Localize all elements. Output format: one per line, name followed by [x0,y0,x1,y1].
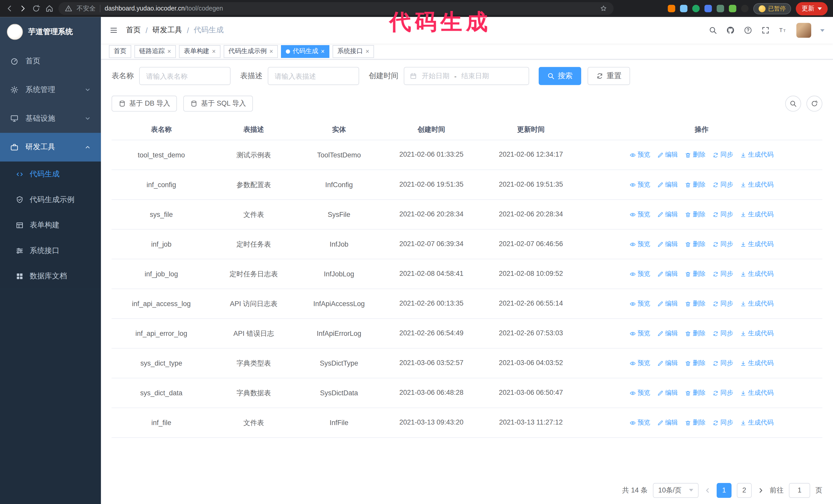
github-icon[interactable] [726,26,735,34]
generate-code-link[interactable]: 生成代码 [740,388,774,398]
generate-code-link[interactable]: 生成代码 [740,269,774,279]
sidebar-item-infra[interactable]: 基础设施 [0,104,101,133]
preview-link[interactable]: 预览 [629,150,650,160]
toggle-search-button[interactable] [785,96,801,112]
browser-back-icon[interactable] [5,4,14,13]
delete-link[interactable]: 删除 [685,150,706,160]
sidebar-item-devtools[interactable]: 研发工具 [0,133,101,162]
delete-link[interactable]: 删除 [685,299,706,308]
table-name-input[interactable] [139,67,231,85]
sync-link[interactable]: 同步 [712,418,733,427]
edit-link[interactable]: 编辑 [657,299,678,308]
generate-code-link[interactable]: 生成代码 [740,418,774,427]
sidebar-item-system[interactable]: 系统管理 [0,75,101,104]
fullscreen-icon[interactable] [761,26,770,34]
sync-link[interactable]: 同步 [712,240,733,249]
extension-icon[interactable] [668,5,675,12]
help-icon[interactable] [744,26,752,34]
breadcrumb-home[interactable]: 首页 [126,25,141,35]
preview-link[interactable]: 预览 [629,329,650,338]
reset-button[interactable]: 重置 [588,67,630,85]
generate-code-link[interactable]: 生成代码 [740,359,774,368]
tab-home[interactable]: 首页 [109,45,131,58]
close-icon[interactable]: × [321,48,325,55]
import-sql-button[interactable]: 基于 SQL 导入 [184,96,253,112]
search-icon[interactable] [709,26,717,34]
user-avatar[interactable] [796,23,811,38]
sync-link[interactable]: 同步 [712,388,733,398]
search-button[interactable]: 搜索 [539,67,581,85]
sidebar-item-home[interactable]: 首页 [0,47,101,75]
goto-page-input[interactable] [789,483,810,498]
sidebar-item-codegen[interactable]: 代码生成 [0,162,101,187]
close-icon[interactable]: × [167,48,171,55]
extension-icon[interactable] [717,5,724,12]
delete-link[interactable]: 删除 [685,418,706,427]
extension-icon[interactable] [729,5,736,12]
tab-tracing[interactable]: 链路追踪× [134,45,176,58]
generate-code-link[interactable]: 生成代码 [740,299,774,308]
security-warning-icon[interactable] [65,5,72,12]
preview-link[interactable]: 预览 [629,240,650,249]
app-logo[interactable]: 芋道管理系统 [0,17,101,47]
edit-link[interactable]: 编辑 [657,388,678,398]
edit-link[interactable]: 编辑 [657,150,678,160]
edit-link[interactable]: 编辑 [657,240,678,249]
extension-icon[interactable] [692,5,700,12]
browser-reload-icon[interactable] [32,4,40,13]
tab-codegen-example[interactable]: 代码生成示例× [224,45,278,58]
browser-home-icon[interactable] [45,4,53,13]
prev-page-button[interactable] [704,486,711,494]
extension-icon[interactable] [680,5,687,12]
sync-link[interactable]: 同步 [712,299,733,308]
breadcrumb-devtools[interactable]: 研发工具 [152,25,182,35]
generate-code-link[interactable]: 生成代码 [740,150,774,160]
hamburger-icon[interactable] [110,26,118,34]
page-button-1[interactable]: 1 [717,483,732,498]
delete-link[interactable]: 删除 [685,240,706,249]
sync-link[interactable]: 同步 [712,329,733,338]
edit-link[interactable]: 编辑 [657,210,678,219]
extension-icon[interactable] [704,5,712,12]
page-size-select[interactable]: 10条/页 [653,483,698,498]
delete-link[interactable]: 删除 [685,210,706,219]
sync-link[interactable]: 同步 [712,180,733,189]
preview-link[interactable]: 预览 [629,299,650,308]
generate-code-link[interactable]: 生成代码 [740,210,774,219]
table-desc-input[interactable] [268,67,359,85]
edit-link[interactable]: 编辑 [657,180,678,189]
delete-link[interactable]: 删除 [685,388,706,398]
next-page-button[interactable] [757,486,765,494]
font-size-icon[interactable]: TT [779,26,787,34]
preview-link[interactable]: 预览 [629,388,650,398]
bookmark-star-icon[interactable] [600,5,607,12]
preview-link[interactable]: 预览 [629,269,650,279]
preview-link[interactable]: 预览 [629,418,650,427]
generate-code-link[interactable]: 生成代码 [740,240,774,249]
sidebar-item-system-api[interactable]: 系统接口 [0,238,101,264]
edit-link[interactable]: 编辑 [657,418,678,427]
sidebar-item-codegen-example[interactable]: 代码生成示例 [0,187,101,213]
tab-form-builder[interactable]: 表单构建× [179,45,221,58]
page-button-2[interactable]: 2 [737,483,752,498]
close-icon[interactable]: × [365,48,369,55]
delete-link[interactable]: 删除 [685,269,706,279]
browser-forward-icon[interactable] [19,4,27,13]
delete-link[interactable]: 删除 [685,359,706,368]
tab-system-api[interactable]: 系统接口× [333,45,374,58]
tab-codegen[interactable]: 代码生成× [281,45,330,58]
sync-link[interactable]: 同步 [712,269,733,279]
edit-link[interactable]: 编辑 [657,359,678,368]
update-button[interactable]: 更新 [796,2,828,15]
delete-link[interactable]: 删除 [685,329,706,338]
import-db-button[interactable]: 基于 DB 导入 [112,96,177,112]
preview-link[interactable]: 预览 [629,210,650,219]
sync-link[interactable]: 同步 [712,210,733,219]
preview-link[interactable]: 预览 [629,359,650,368]
sidebar-item-form-builder[interactable]: 表单构建 [0,213,101,238]
sidebar-item-db-docs[interactable]: 数据库文档 [0,264,101,289]
sync-link[interactable]: 同步 [712,359,733,368]
edit-link[interactable]: 编辑 [657,269,678,279]
paused-badge[interactable]: 已暂停 [753,3,791,14]
date-range-picker[interactable]: 开始日期 - 结束日期 [404,67,529,85]
